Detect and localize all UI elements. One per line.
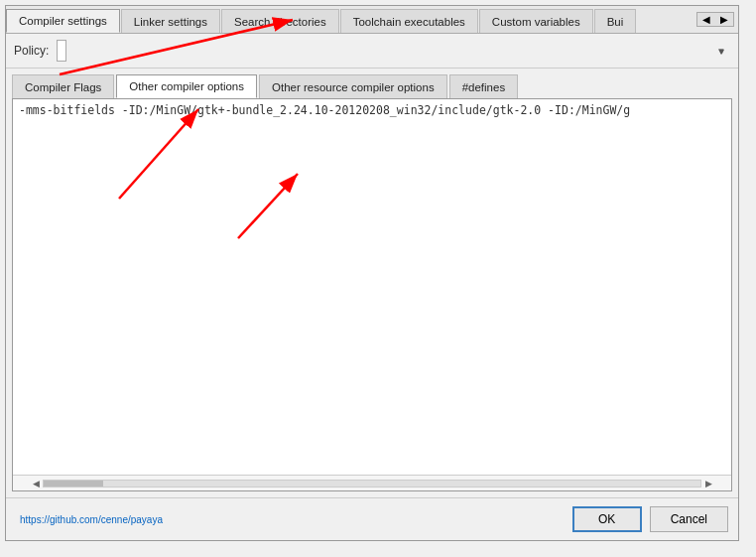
main-dialog: Compiler settings Linker settings Search… [5, 5, 739, 541]
ok-button[interactable]: OK [572, 506, 642, 532]
inner-tab-other-compiler-options[interactable]: Other compiler options [116, 74, 257, 98]
tab-bui[interactable]: Bui [594, 9, 637, 33]
inner-tab-defines[interactable]: #defines [449, 74, 518, 98]
bottom-link[interactable]: https://github.com/cenne/payaya [20, 514, 163, 525]
scrollbar-thumb [44, 481, 103, 487]
tab-nav-next[interactable]: ▶ [715, 13, 733, 26]
inner-tab-compiler-flags[interactable]: Compiler Flags [12, 74, 114, 98]
policy-dropdown-wrapper: ▾ [57, 40, 730, 62]
tab-nav-buttons: ◀ ▶ [696, 12, 734, 27]
scroll-left-arrow[interactable]: ◀ [29, 479, 43, 488]
chevron-down-icon: ▾ [719, 46, 724, 57]
bottom-bar: https://github.com/cenne/payaya OK Cance… [6, 497, 738, 540]
compiler-options-textarea[interactable] [13, 99, 731, 475]
tab-linker-settings[interactable]: Linker settings [121, 9, 220, 33]
scroll-right-arrow[interactable]: ▶ [701, 479, 715, 488]
inner-tab-bar: Compiler Flags Other compiler options Ot… [6, 69, 738, 98]
horizontal-scrollbar[interactable]: ◀ ▶ [13, 475, 731, 490]
policy-dropdown[interactable] [57, 40, 66, 62]
tab-compiler-settings[interactable]: Compiler settings [6, 9, 120, 33]
tab-nav-prev[interactable]: ◀ [697, 13, 715, 26]
inner-tab-other-resource[interactable]: Other resource compiler options [259, 74, 447, 98]
scrollbar-track [43, 480, 701, 487]
top-tab-bar: Compiler settings Linker settings Search… [6, 6, 738, 34]
policy-row: Policy: ▾ [6, 34, 738, 69]
policy-label: Policy: [14, 44, 49, 58]
cancel-button[interactable]: Cancel [650, 506, 728, 532]
tab-search-directories[interactable]: Search directories [221, 9, 339, 33]
tab-toolchain-executables[interactable]: Toolchain executables [340, 9, 478, 33]
tab-custom-variables[interactable]: Custom variables [479, 9, 593, 33]
content-area: ◀ ▶ [12, 98, 732, 491]
